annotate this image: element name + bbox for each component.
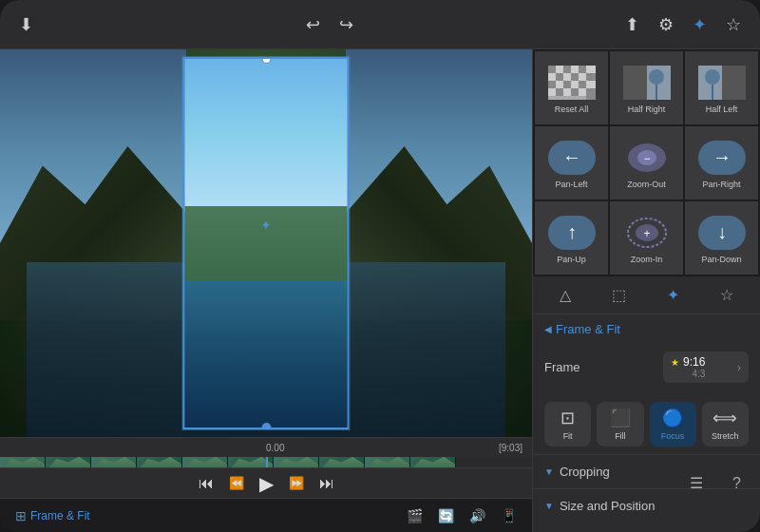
half-right-icon [622,65,672,101]
svg-rect-21 [563,88,571,96]
bookmark-icon[interactable]: ☆ [726,14,741,35]
center-handle[interactable]: ✦ [260,218,272,233]
preset-pan-up-label: Pan-Up [557,255,586,264]
help-icon[interactable]: ? [732,475,741,492]
svg-rect-2 [556,66,563,73]
svg-rect-15 [563,81,571,88]
tab-crop[interactable]: ⬚ [604,282,634,308]
size-position-label: Size and Position [560,499,655,513]
redo-icon[interactable]: ↪ [339,14,353,35]
preset-grid: Reset All Half Right [533,49,760,276]
focus-button[interactable]: 🔵 Focus [650,402,696,446]
tab-star[interactable]: ☆ [712,282,741,308]
panel-tabs: △ ⬚ ✦ ☆ [533,276,760,314]
fill-icon: ⬛ [610,408,631,428]
fit-icon: ⊡ [560,408,575,428]
svg-rect-5 [579,66,586,73]
preset-pan-left-label: Pan-Left [555,180,587,189]
preset-half-right[interactable]: Half Right [610,51,683,124]
preset-zoom-in[interactable]: + Zoom-In [610,201,683,275]
effect-icon[interactable]: ✦ [693,14,707,35]
preset-pan-down[interactable]: ↓ Pan-Down [685,201,758,275]
handle-bottom[interactable] [261,423,271,429]
svg-rect-18 [586,81,596,88]
skip-button[interactable]: ⏭ [319,475,334,492]
mobile-icon[interactable]: 📱 [501,508,517,523]
focus-icon: 🔵 [662,408,683,428]
audio-icon[interactable]: 🔊 [469,508,485,523]
svg-rect-1 [548,66,556,73]
frame-fit-title: Frame & Fit [556,322,620,336]
preset-zoom-out[interactable]: − Zoom-Out [610,126,683,200]
svg-rect-7 [548,73,556,81]
svg-text:←: ← [562,146,581,167]
size-position-header[interactable]: ▼ Size and Position [533,489,760,522]
right-panel: Reset All Half Right [532,49,760,532]
timeline-ruler: 0.00 [9:03] [0,438,532,457]
frame-main-value: ★ 9:16 [671,355,705,369]
pan-up-icon: ↑ [547,215,597,251]
timeline-time-end: [9:03] [499,443,522,453]
frame-star: ★ [671,357,679,368]
cropping-label: Cropping [560,465,610,479]
fit-button[interactable]: ⊡ Fit [544,402,591,446]
frame-fit-icon: ⊞ [15,508,27,523]
preset-pan-right[interactable]: → Pan-Right [685,126,758,200]
center-video-clip[interactable]: ✦ [183,57,350,429]
share-icon[interactable]: ⬆ [625,14,639,35]
zoom-in-icon: + [622,215,672,251]
fill-button[interactable]: ⬛ Fill [597,402,643,446]
video-preview: ✦ [0,49,532,437]
cropping-chevron: ▼ [544,466,554,477]
svg-text:+: + [643,227,650,240]
preset-reset-all[interactable]: Reset All [535,51,608,124]
step-fwd-button[interactable]: ⏩ [289,476,304,490]
settings-icon[interactable]: ⚙ [658,14,674,35]
toolbar-right: ⬆ ⚙ ✦ ☆ [625,14,741,35]
svg-text:↑: ↑ [567,221,577,242]
pan-right-icon: → [697,140,747,176]
stretch-label: Stretch [712,431,739,441]
rotate-icon[interactable]: 🔄 [438,508,454,523]
save-icon[interactable]: ⬇ [19,14,33,35]
undo-icon[interactable]: ↩ [306,14,320,35]
svg-rect-29 [722,66,746,100]
preset-zoom-in-label: Zoom-In [631,255,663,264]
clip-icon[interactable]: 🎬 [407,508,423,523]
frame-5 [182,457,228,467]
timeline-frames [0,457,532,467]
rewind-button[interactable]: ⏮ [199,475,214,492]
cropping-section: ▼ Cropping [533,454,760,488]
stretch-button[interactable]: ⟺ Stretch [702,402,749,446]
svg-point-30 [705,69,720,85]
svg-text:−: − [643,152,650,165]
list-icon[interactable]: ☰ [690,474,703,492]
pan-left-icon: ← [547,140,597,176]
preset-half-left-label: Half Left [706,104,738,114]
cropping-header[interactable]: ▼ Cropping [533,455,760,488]
clip-sky [185,59,348,206]
timeline-strip[interactable] [0,457,532,467]
size-and-position-section: ▼ Size and Position [533,488,760,522]
svg-rect-12 [586,73,596,81]
frame-chevron-icon: › [737,361,741,374]
clip-lake [185,280,348,428]
preset-pan-up[interactable]: ↑ Pan-Up [535,201,608,275]
preset-half-left[interactable]: Half Left [685,51,758,124]
frame-fit-section-header[interactable]: ◀ Frame & Fit [533,314,760,344]
tab-effect[interactable]: ✦ [659,282,687,308]
preset-pan-down-label: Pan-Down [701,255,741,264]
preset-pan-left[interactable]: ← Pan-Left [535,126,608,200]
frame-4 [137,457,182,467]
step-back-button[interactable]: ⏪ [229,476,244,490]
frame-2 [46,457,91,467]
top-toolbar: ⬇ ↩ ↪ ⬆ ⚙ ✦ ☆ [0,0,760,49]
tab-triangle[interactable]: △ [552,282,579,308]
play-button[interactable]: ▶ [259,472,274,495]
pan-down-icon: ↓ [697,215,747,251]
svg-text:↓: ↓ [717,221,727,242]
frame-dropdown[interactable]: ★ 9:16 4:3 › [663,352,749,383]
frame-fit-control[interactable]: ⊞ Frame & Fit [15,508,90,523]
frame-1 [0,457,46,467]
focus-label: Focus [661,431,685,441]
